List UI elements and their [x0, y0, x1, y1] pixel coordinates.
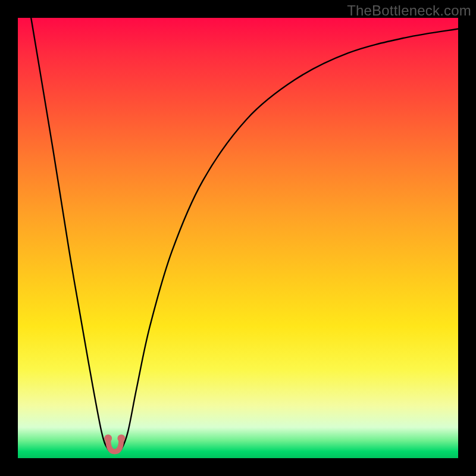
curve-left-branch — [31, 18, 117, 452]
watermark-text: TheBottleneck.com — [347, 2, 471, 19]
chart-frame: TheBottleneck.com — [0, 0, 476, 476]
curve-right-branch — [108, 29, 458, 452]
bottleneck-curve — [18, 18, 458, 458]
minimum-marker — [104, 434, 125, 452]
plot-area — [18, 18, 458, 458]
svg-point-0 — [104, 434, 112, 442]
svg-point-1 — [117, 434, 125, 442]
